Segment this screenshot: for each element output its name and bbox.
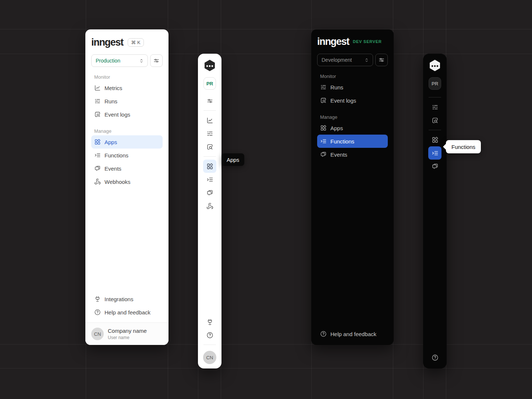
environment-row: Production (91, 54, 163, 67)
sidebar-item-label: Apps (330, 125, 343, 131)
functions-icon (320, 138, 327, 145)
sidebar-item-events[interactable] (203, 186, 216, 199)
divider (429, 130, 441, 130)
sidebar-item-functions[interactable] (203, 173, 216, 186)
spacer (85, 188, 169, 292)
environment-select[interactable]: Development (317, 54, 373, 66)
section-label-monitor: Monitor (320, 74, 385, 79)
chevrons-up-down-icon (364, 57, 369, 63)
help-icon (94, 309, 101, 316)
sidebar-item-runs[interactable]: Runs (317, 81, 388, 94)
sidebar-item-label: Integrations (104, 296, 133, 302)
sidebar-item-integrations[interactable]: Integrations (91, 292, 163, 306)
sidebar-item-webhooks[interactable]: Webhooks (91, 175, 163, 188)
sidebar-item-event-logs[interactable]: Event logs (91, 108, 163, 121)
sidebar-item-integrations[interactable] (203, 315, 216, 328)
dev-server-tag: DEV SERVER (353, 39, 382, 44)
sidebar-item-help[interactable]: Help and feedback (317, 327, 388, 341)
sidebar-item-event-logs[interactable] (203, 140, 216, 153)
account-names: Company name User name (108, 328, 147, 340)
sidebar-item-metrics[interactable] (203, 114, 216, 127)
chevrons-up-down-icon (139, 58, 144, 64)
functions-icon (432, 150, 439, 157)
company-name: Company name (108, 328, 147, 334)
inngest-hexagon-logo (428, 59, 441, 72)
user-name: User name (108, 335, 147, 340)
sidebar-item-apps[interactable] (203, 160, 216, 173)
sidebar-item-apps[interactable]: Apps (317, 121, 388, 135)
section-label-monitor: Monitor (94, 74, 160, 80)
apps-icon (432, 136, 439, 143)
environment-badge[interactable]: PR (203, 77, 216, 90)
sidebar-item-help[interactable] (428, 351, 441, 364)
event-logs-icon (320, 97, 327, 104)
grid-line (0, 368, 532, 368)
design-canvas: inngest ⌘ K Production Monitor Metrics R… (0, 0, 532, 399)
sidebar-item-events[interactable]: Events (91, 162, 163, 175)
sidebar-item-event-logs[interactable] (428, 114, 441, 127)
divider (429, 97, 441, 97)
command-k-shortcut[interactable]: ⌘ K (128, 38, 144, 47)
sidebar-dark-collapsed: PR (423, 54, 447, 368)
events-icon (94, 165, 101, 172)
sliders-icon (378, 57, 385, 63)
sidebar-item-events[interactable]: Events (317, 148, 388, 161)
sidebar-light-expanded: inngest ⌘ K Production Monitor Metrics R… (85, 29, 169, 345)
spacer (311, 161, 394, 327)
divider (203, 156, 216, 157)
sidebar-item-metrics[interactable]: Metrics (91, 81, 163, 95)
sidebar-item-runs[interactable] (428, 100, 441, 114)
metrics-icon (94, 85, 101, 91)
avatar[interactable]: CN (203, 351, 216, 364)
events-icon (432, 163, 439, 170)
sidebar-item-apps[interactable]: Apps (91, 135, 163, 149)
grid-line (0, 344, 532, 345)
event-logs-icon (94, 111, 101, 118)
webhooks-icon (94, 178, 101, 185)
sliders-icon (153, 57, 160, 64)
metrics-icon (206, 117, 213, 124)
sidebar-item-webhooks[interactable] (203, 199, 216, 213)
section-label-manage: Manage (94, 128, 160, 134)
sidebar-light-collapsed: PR CN (198, 54, 221, 368)
sidebar-item-help[interactable]: Help and feedback (91, 306, 163, 319)
sidebar-item-event-logs[interactable]: Event logs (317, 94, 388, 107)
shortcut-key: K (137, 40, 141, 45)
filter-button[interactable] (150, 54, 163, 67)
divider (203, 345, 216, 345)
sliders-icon (206, 97, 213, 104)
webhooks-icon (206, 203, 213, 210)
sidebar-item-runs[interactable] (203, 127, 216, 140)
integrations-icon (94, 296, 101, 302)
sidebar-item-functions[interactable]: Functions (91, 149, 163, 162)
sidebar-item-functions[interactable]: Functions (317, 135, 388, 148)
grid-line (0, 54, 532, 54)
tooltip-functions: Functions (446, 140, 481, 153)
environment-row: Development (317, 54, 388, 66)
sidebar-item-help[interactable] (203, 328, 216, 342)
sidebar-item-apps[interactable] (428, 133, 441, 146)
tooltip-apps: Apps (221, 153, 244, 166)
environment-select[interactable]: Production (91, 54, 148, 67)
filter-button[interactable] (375, 54, 388, 66)
inngest-logo: inngest (317, 37, 349, 47)
account-footer[interactable]: CN Company name User name (85, 323, 169, 345)
functions-icon (94, 152, 101, 158)
filter-button[interactable] (203, 94, 216, 107)
help-icon (320, 331, 327, 337)
sidebar-item-runs[interactable]: Runs (91, 95, 163, 108)
event-logs-icon (432, 117, 439, 124)
sidebar-item-label: Event logs (104, 111, 130, 118)
runs-icon (94, 98, 101, 104)
runs-icon (320, 84, 327, 90)
events-icon (206, 189, 213, 196)
sidebar-item-events[interactable] (428, 160, 441, 173)
environment-badge[interactable]: PR (429, 77, 441, 90)
events-icon (320, 151, 327, 158)
sidebar-header: inngest DEV SERVER (317, 35, 388, 48)
apps-icon (320, 125, 327, 131)
integrations-icon (206, 318, 213, 325)
sidebar-item-label: Webhooks (104, 179, 131, 185)
sidebar-item-functions[interactable] (428, 146, 441, 160)
sidebar-item-label: Metrics (104, 85, 122, 91)
